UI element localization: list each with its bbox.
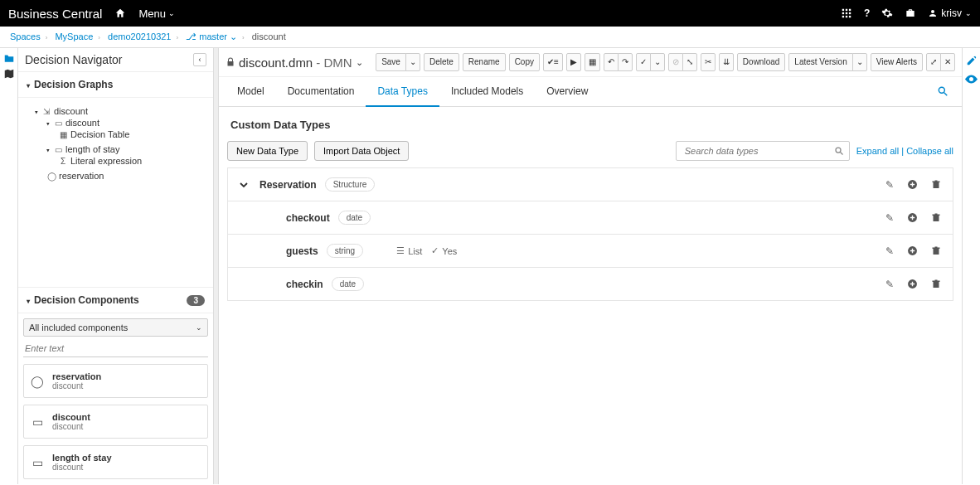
close-button[interactable]: ✕ [940, 53, 955, 71]
help-icon[interactable]: ? [864, 7, 870, 19]
undo-button[interactable]: ↶ [604, 53, 619, 71]
svg-rect-4 [846, 12, 847, 14]
breadcrumb-item[interactable]: Spaces [10, 32, 41, 41]
expand-all-link[interactable]: Expand all [856, 146, 899, 156]
tree-item-decision-table[interactable]: ▦Decision Table [58, 128, 213, 141]
decision-components-header[interactable]: Decision Components 3 [18, 287, 213, 313]
svg-rect-5 [849, 12, 851, 14]
tree-item-literal[interactable]: ΣLiteral expression [58, 154, 213, 167]
data-types-search[interactable] [676, 141, 850, 161]
breadcrumb: Spaces› MySpace› demo20210321› ⎇ master … [0, 27, 980, 48]
folder-icon[interactable] [3, 53, 15, 63]
tab-data-types[interactable]: Data Types [366, 77, 439, 107]
pill-icon: ◯ [46, 172, 56, 181]
briefcase-icon[interactable] [905, 7, 916, 19]
edit-icon[interactable] [966, 55, 978, 66]
map-icon[interactable] [3, 68, 15, 80]
rect-icon: ▭ [31, 456, 44, 469]
svg-rect-6 [842, 16, 844, 17]
content-heading: Custom Data Types [230, 119, 953, 131]
chevron-down-icon[interactable]: ⌄ [356, 57, 363, 68]
share-icon: ⇲ [41, 107, 51, 116]
tree-root[interactable]: ⇲discount ▭discount ▦Decision Table ▭len… [35, 104, 213, 184]
new-data-type-button[interactable]: New Data Type [227, 141, 308, 161]
grid-button[interactable]: ▦ [585, 53, 600, 71]
collapse-all-link[interactable]: Collapse all [906, 146, 953, 156]
copy-button[interactable]: Copy [509, 53, 540, 71]
row-type: date [332, 277, 364, 291]
save-button[interactable]: Save [376, 53, 406, 71]
tab-overview[interactable]: Overview [535, 77, 599, 106]
component-card[interactable]: ▭ discount discount [23, 405, 208, 439]
pointer-button[interactable]: ⤡ [682, 53, 697, 71]
redo-button[interactable]: ↷ [618, 53, 633, 71]
breadcrumb-current: discount [252, 32, 286, 41]
collapse-nav-button[interactable]: ‹ [193, 53, 206, 66]
chevron-down-icon: ⌄ [168, 9, 175, 17]
tab-included-models[interactable]: Included Models [439, 77, 535, 106]
cut-button[interactable]: ✂ [701, 53, 716, 71]
tab-search-icon[interactable] [930, 77, 955, 106]
chevron-down-icon[interactable]: ⌄ [230, 32, 237, 41]
breadcrumb-item[interactable]: ⎇ master [186, 32, 227, 41]
breadcrumb-item[interactable]: MySpace [55, 32, 93, 41]
row-toggle[interactable] [240, 181, 251, 189]
import-data-object-button[interactable]: Import Data Object [314, 141, 409, 161]
components-filter-dropdown[interactable]: All included components ⌄ [23, 318, 208, 337]
run-button[interactable]: ▶ [566, 53, 581, 71]
chart-button[interactable]: ⇊ [719, 53, 734, 71]
version-dropdown[interactable]: ⌄ [852, 53, 867, 71]
nav-title: Decision Navigator [25, 53, 123, 66]
gear-icon[interactable] [881, 7, 893, 19]
tree-item-discount[interactable]: ▭discount ▦Decision Table [46, 116, 213, 143]
breadcrumb-item[interactable]: demo20210321 [108, 32, 171, 41]
menu-dropdown[interactable]: Menu ⌄ [138, 7, 175, 20]
home-icon[interactable] [114, 7, 126, 19]
svg-line-10 [944, 93, 948, 96]
trash-icon[interactable] [931, 279, 941, 290]
check-button[interactable]: ✓ [636, 53, 651, 71]
user-menu[interactable]: krisv ⌄ [928, 7, 972, 19]
add-icon[interactable] [907, 212, 918, 224]
decision-graphs-header[interactable]: Decision Graphs [18, 72, 213, 98]
delete-button[interactable]: Delete [424, 53, 459, 71]
components-search-input[interactable] [23, 340, 208, 357]
tab-documentation[interactable]: Documentation [276, 77, 366, 106]
tree-item-length[interactable]: ▭length of stay ΣLiteral expression [46, 143, 213, 169]
search-icon[interactable] [834, 146, 844, 156]
check-dropdown[interactable]: ⌄ [650, 53, 665, 71]
component-sub: discount [52, 422, 90, 431]
add-icon[interactable] [907, 279, 918, 290]
file-title: discount.dmn - DMN ⌄ [226, 56, 363, 70]
toggle-button[interactable]: ⊘ [668, 53, 683, 71]
tree-item-reservation[interactable]: ◯reservation [46, 169, 213, 182]
right-icon-strip [962, 48, 980, 484]
decision-graphs-tree: ⇲discount ▭discount ▦Decision Table ▭len… [18, 98, 213, 191]
view-alerts-button[interactable]: View Alerts [871, 53, 923, 71]
validate-button[interactable]: ✔≡ [543, 53, 563, 71]
latest-version-button[interactable]: Latest Version [788, 53, 852, 71]
data-type-row: guests string ☰ List ✓ Yes ✎ [228, 235, 953, 268]
eye-icon[interactable] [965, 75, 978, 84]
trash-icon[interactable] [931, 179, 941, 191]
add-icon[interactable] [907, 179, 918, 191]
download-button[interactable]: Download [737, 53, 785, 71]
edit-icon[interactable]: ✎ [885, 245, 894, 257]
trash-icon[interactable] [931, 212, 941, 224]
rename-button[interactable]: Rename [463, 53, 506, 71]
expand-button[interactable]: ⤢ [926, 53, 941, 71]
add-icon[interactable] [907, 245, 918, 257]
save-dropdown[interactable]: ⌄ [405, 53, 420, 71]
edit-icon[interactable]: ✎ [885, 212, 894, 224]
edit-icon[interactable]: ✎ [885, 179, 894, 191]
component-card[interactable]: ▭ length of stay discount [23, 445, 208, 479]
play-icon: ▶ [570, 57, 577, 66]
trash-icon[interactable] [931, 245, 941, 257]
apps-icon[interactable] [841, 7, 852, 19]
tab-model[interactable]: Model [226, 77, 276, 106]
edit-icon[interactable]: ✎ [885, 279, 894, 290]
component-card[interactable]: ◯ reservation discount [23, 364, 208, 398]
row-type: Structure [325, 177, 376, 192]
svg-line-12 [840, 153, 842, 155]
search-input[interactable] [682, 142, 834, 160]
